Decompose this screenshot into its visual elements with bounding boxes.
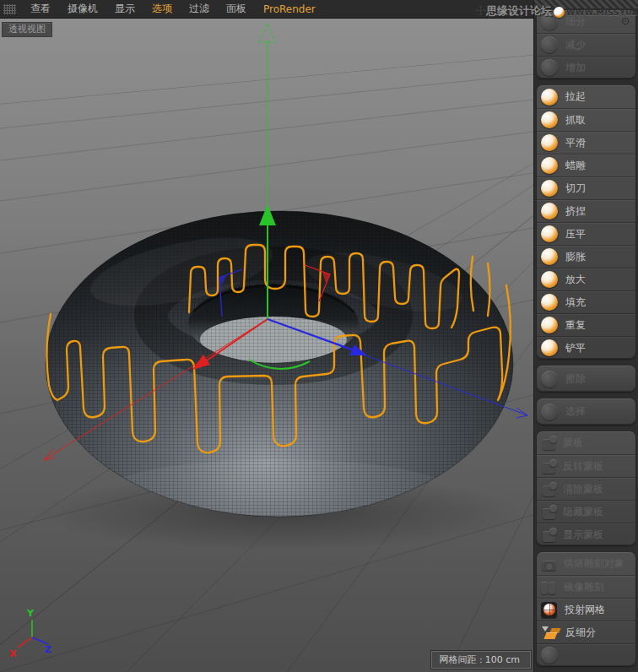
axis-label-y: Y <box>26 608 35 619</box>
tool-button-fill[interactable]: 填充 <box>537 290 635 313</box>
tool-label: 增加 <box>565 61 586 75</box>
tool-label: 膨胀 <box>565 250 586 264</box>
tool-button-partial-tool <box>537 643 635 666</box>
axis-label-z: Z <box>45 644 51 655</box>
tool-group-2: 拉起抓取平滑蜡雕切刀挤捏压平膨胀放大填充重复铲平 <box>537 85 635 359</box>
fill-icon <box>541 294 558 311</box>
tool-button-select: 选择 <box>537 398 635 425</box>
grab-icon <box>541 111 558 128</box>
viewport-pan-icon[interactable] <box>475 3 486 19</box>
gear-icon[interactable]: ⚙ <box>620 15 630 28</box>
tool-label: 铲平 <box>565 341 586 355</box>
grid-spacing-label: 网格间距 :100 cm <box>431 651 531 669</box>
tool-button-clear-mask: 清除蒙板 <box>537 477 635 500</box>
tool-button-flatten[interactable]: 压平 <box>537 222 635 245</box>
tool-label: 镜像雕刻 <box>564 580 604 594</box>
flatten-icon <box>541 225 558 242</box>
tool-button-amplify[interactable]: 放大 <box>537 268 635 290</box>
tool-button-erase: 擦除 <box>537 366 635 392</box>
tool-group-4: 选择 <box>537 398 635 425</box>
hide-mask-icon <box>543 508 555 519</box>
tool-group-6: 烘焙雕刻对象镜像雕刻投射网格反细分 <box>537 552 635 666</box>
wax-icon <box>541 157 558 174</box>
axis-label-x: X <box>9 648 17 659</box>
menu-item-7[interactable]: ProRender <box>255 3 324 15</box>
grid-spacing-value: 100 cm <box>485 654 520 665</box>
tool-label: 显示蒙板 <box>563 528 603 542</box>
tool-label: 重复 <box>565 318 586 333</box>
viewport-label[interactable]: 透视视图 <box>2 22 52 37</box>
menu-item-3[interactable]: 显示 <box>106 2 143 16</box>
tool-button-increase: 增加 <box>537 56 635 79</box>
tool-button-pinch[interactable]: 挤捏 <box>537 199 635 222</box>
tool-label: 烘焙雕刻对象 <box>564 556 624 571</box>
menu-item-6[interactable]: 面板 <box>218 2 255 16</box>
tool-button-invert-mask: 反转蒙板 <box>537 454 635 477</box>
tool-button-pull[interactable]: 拉起 <box>537 85 635 108</box>
tool-label: 擦除 <box>565 371 586 386</box>
repeat-icon <box>541 317 558 333</box>
amplify-icon <box>541 271 558 288</box>
viewport-canvas[interactable]: Y X Z <box>0 19 533 672</box>
knife-icon <box>541 180 558 197</box>
desubdivide-icon <box>541 625 558 641</box>
tool-label: 选择 <box>565 404 586 419</box>
tool-button-repeat[interactable]: 重复 <box>537 313 635 336</box>
menu-item-1[interactable]: 查看 <box>22 2 59 16</box>
grid-spacing-text: 网格间距 : <box>440 654 483 665</box>
invert-mask-icon <box>543 463 555 474</box>
tool-label: 抓取 <box>565 113 586 127</box>
clear-mask-icon <box>543 485 555 496</box>
viewport-3d[interactable]: Y X Z 透视视图 网格间距 :100 cm <box>0 19 533 672</box>
tool-label: 挤捏 <box>565 204 586 219</box>
tool-button-mirror-sculpt: 镜像雕刻 <box>537 575 635 598</box>
tool-label: 减少 <box>565 38 586 52</box>
tool-label: 压平 <box>565 227 586 241</box>
mirror-sculpt-icon <box>541 582 556 594</box>
tool-group-3: 擦除 <box>537 366 635 392</box>
inflate-icon <box>541 248 558 265</box>
tool-label: 隐藏蒙板 <box>563 505 603 519</box>
tool-button-grab[interactable]: 抓取 <box>537 108 635 131</box>
erase-icon <box>541 371 558 387</box>
menu-item-5[interactable]: 过滤 <box>181 2 218 16</box>
tool-button-bake-sculpt: 烘焙雕刻对象 <box>537 552 635 575</box>
menu-items: 查看摄像机显示选项过滤面板ProRender <box>22 2 324 16</box>
tool-label: 蒙板 <box>563 436 583 450</box>
drag-grip-icon[interactable] <box>3 4 16 14</box>
tool-label: 切刀 <box>565 182 586 196</box>
tool-button-scrape[interactable]: 铲平 <box>537 336 635 359</box>
tool-button-decrease: 减少 <box>537 33 635 56</box>
select-icon <box>541 404 558 420</box>
tool-label: 反转蒙板 <box>563 459 603 474</box>
tool-group-1: 细分⚙减少增加 <box>537 10 635 79</box>
show-mask-icon <box>543 531 555 542</box>
panel-top-hatch <box>534 0 638 8</box>
tool-button-mask: 蒙板 <box>537 431 635 454</box>
scrape-icon <box>541 339 558 356</box>
menu-item-4[interactable]: 选项 <box>143 2 181 16</box>
bake-sculpt-icon <box>542 561 556 571</box>
panel-groups: 细分⚙减少增加拉起抓取平滑蜡雕切刀挤捏压平膨胀放大填充重复铲平擦除选择蒙板反转蒙… <box>534 10 638 672</box>
tool-label: 蜡雕 <box>565 159 586 173</box>
tool-label: 填充 <box>565 295 586 310</box>
sculpt-tool-panel: 细分⚙减少增加拉起抓取平滑蜡雕切刀挤捏压平膨胀放大填充重复铲平擦除选择蒙板反转蒙… <box>533 0 638 672</box>
smooth-icon <box>541 134 558 151</box>
tool-button-project-mesh[interactable]: 投射网格 <box>537 598 635 621</box>
menu-item-2[interactable]: 摄像机 <box>59 2 106 16</box>
tool-button-smooth[interactable]: 平滑 <box>537 131 635 154</box>
c4d-sculpt-window: 查看摄像机显示选项过滤面板ProRender <box>0 0 638 672</box>
viewport-menubar: 查看摄像机显示选项过滤面板ProRender <box>0 0 533 19</box>
mask-icon <box>543 439 555 450</box>
tool-label: 清除蒙板 <box>563 482 603 496</box>
tool-button-hide-mask: 隐藏蒙板 <box>537 500 635 523</box>
decrease-icon <box>541 36 558 53</box>
tool-button-inflate[interactable]: 膨胀 <box>537 245 635 268</box>
tool-button-show-mask: 显示蒙板 <box>537 523 635 545</box>
tool-button-desubdivide[interactable]: 反细分 <box>537 621 635 643</box>
tool-label: 细分 <box>565 14 586 29</box>
tool-button-wax[interactable]: 蜡雕 <box>537 154 635 176</box>
tool-button-knife[interactable]: 切刀 <box>537 176 635 199</box>
tool-group-5: 蒙板反转蒙板清除蒙板隐藏蒙板显示蒙板 <box>537 431 635 545</box>
pinch-icon <box>541 203 558 219</box>
